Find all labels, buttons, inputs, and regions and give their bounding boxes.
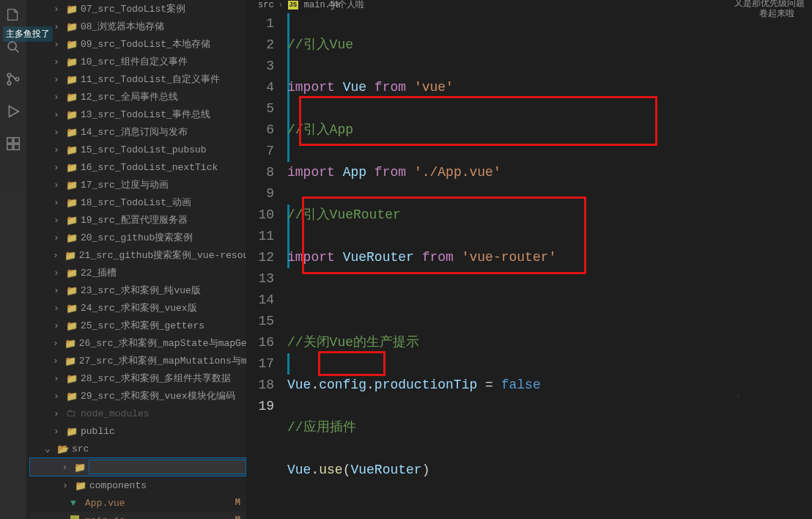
- folder-icon: 📁: [66, 426, 76, 436]
- tree-folder[interactable]: ›📁14_src_消息订阅与发布: [29, 123, 246, 141]
- tree-folder[interactable]: ›📁10_src_组件自定义事件: [29, 53, 246, 70]
- tree-label: 28_src_求和案例_多组件共享数据: [81, 372, 231, 385]
- tree-folder[interactable]: ›📁15_src_TodoList_pubsub: [29, 141, 246, 158]
- tree-folder[interactable]: ›📁24_src_求和案例_vuex版: [29, 299, 246, 317]
- tree-folder[interactable]: ›📁09_src_TodoList_本地存储: [29, 35, 246, 53]
- tree-label: 16_src_TodoList_nextTick: [81, 162, 218, 173]
- tree-label: 25_src_求和案例_getters: [81, 319, 204, 332]
- folder-icon: 📁: [66, 180, 76, 190]
- explorer-sidebar: ›📁07_src_TodoList案例 ›📁08_浏览器本地存储 ›📁09_sr…: [26, 0, 246, 519]
- source-control-icon[interactable]: [4, 70, 22, 88]
- run-debug-icon[interactable]: [4, 103, 22, 120]
- js-file-icon: JS: [288, 1, 298, 10]
- overlay-count-caption: 44个人啦: [328, 0, 364, 11]
- git-modified-badge: M: [235, 515, 240, 519]
- folder-icon: 📁: [66, 268, 76, 278]
- tree-label: 17_src_过度与动画: [81, 178, 169, 191]
- tree-file-main-js[interactable]: main.js M: [29, 512, 246, 519]
- folder-icon: 📁: [66, 285, 76, 295]
- tree-label: 13_src_TodoList_事件总线: [81, 108, 210, 121]
- tree-folder-public[interactable]: ›📁public: [29, 422, 246, 440]
- overlay-left-badge: 主多鱼投了: [3, 26, 53, 42]
- extensions-icon[interactable]: [4, 135, 22, 152]
- js-file-icon: [70, 515, 81, 519]
- tree-folder[interactable]: ›📁18_src_TodoList_动画: [29, 194, 246, 211]
- tree-folder[interactable]: ›📁08_浏览器本地存储: [29, 18, 246, 35]
- tree-folder[interactable]: ›📁25_src_求和案例_getters: [29, 317, 246, 334]
- new-folder-input[interactable]: [89, 460, 246, 474]
- editor-area: src › JS main.js 1 2 3 4 5 6 7 8 9 10 11…: [246, 0, 812, 519]
- tree-label: public: [81, 426, 115, 437]
- svg-point-1: [7, 73, 11, 77]
- tree-label: main.js: [85, 515, 125, 520]
- tree-label: 14_src_消息订阅与发布: [81, 125, 188, 139]
- folder-icon: 📁: [66, 144, 76, 155]
- tree-label: 07_src_TodoList案例: [81, 2, 185, 15]
- tree-label: 26_src_求和案例_mapState与mapGett...: [79, 336, 246, 350]
- minimap[interactable]: [761, 10, 812, 519]
- svg-rect-4: [7, 138, 12, 143]
- tree-label: 19_src_配置代理服务器: [81, 213, 188, 227]
- folder-icon: 📁: [64, 356, 75, 366]
- tree-folder[interactable]: ›📁26_src_求和案例_mapState与mapGett...: [29, 334, 246, 352]
- folder-icon: 📁: [66, 162, 76, 172]
- folder-icon: 🗀: [66, 408, 76, 419]
- folder-icon: 📁: [66, 197, 76, 207]
- tree-label: components: [89, 480, 147, 491]
- tree-folder[interactable]: ›📁29_src_求和案例_vuex模块化编码: [29, 387, 246, 405]
- vue-file-icon: ▼: [70, 498, 81, 508]
- tree-file-app-vue[interactable]: ▼ App.vue M: [29, 494, 246, 512]
- tree-folder[interactable]: ›📁07_src_TodoList案例: [29, 0, 246, 18]
- folder-icon: 📁: [66, 56, 76, 67]
- explorer-icon[interactable]: [4, 6, 22, 23]
- tree-folder[interactable]: ›📁16_src_TodoList_nextTick: [29, 158, 246, 176]
- tree-label: 08_浏览器本地存储: [81, 20, 164, 33]
- chevron-right-icon: ›: [278, 0, 284, 10]
- tree-label: 10_src_组件自定义事件: [81, 55, 188, 68]
- folder-icon: 📁: [66, 109, 76, 119]
- folder-icon: 📁: [66, 215, 76, 225]
- code-content[interactable]: //引入Vue import Vue from 'vue' //引入App im…: [287, 10, 556, 519]
- folder-icon: 📁: [66, 303, 76, 313]
- svg-point-3: [15, 78, 19, 81]
- file-tree: ›📁07_src_TodoList案例 ›📁08_浏览器本地存储 ›📁09_sr…: [26, 0, 246, 519]
- folder-icon: 📁: [66, 39, 76, 49]
- folder-icon: 📁: [64, 250, 75, 260]
- folder-icon: 📁: [66, 320, 76, 331]
- tree-new-folder-row: ›📁: [29, 457, 246, 476]
- tree-folder-components[interactable]: ›📁components: [29, 476, 246, 494]
- tree-label: node_modules: [81, 408, 150, 419]
- tree-label: 24_src_求和案例_vuex版: [81, 301, 197, 314]
- tree-folder-src[interactable]: ⌄📂src: [29, 440, 246, 457]
- tree-folder[interactable]: ›📁27_src_求和案例_mapMutations与ma...: [29, 352, 246, 369]
- tree-label: 11_src_TodoList_自定义事件: [81, 73, 220, 86]
- tree-folder[interactable]: ›📁21_src_github搜索案例_vue-resource: [29, 246, 246, 264]
- text-cursor-icon: [737, 389, 739, 405]
- svg-rect-5: [14, 138, 19, 143]
- tree-label: App.vue: [85, 498, 125, 509]
- tree-folder[interactable]: ›📁12_src_全局事件总线: [29, 88, 246, 106]
- tree-folder[interactable]: ›📁20_src_github搜索案例: [29, 229, 246, 246]
- tree-folder[interactable]: ›📁19_src_配置代理服务器: [29, 211, 246, 229]
- tree-label: 15_src_TodoList_pubsub: [81, 144, 207, 155]
- tree-folder[interactable]: ›📁28_src_求和案例_多组件共享数据: [29, 369, 246, 387]
- folder-icon: 📁: [66, 127, 76, 137]
- folder-icon: 📁: [66, 373, 76, 383]
- tree-folder[interactable]: ›📁23_src_求和案例_纯vue版: [29, 281, 246, 299]
- tree-folder[interactable]: ›📁22_插槽: [29, 264, 246, 281]
- code-editor[interactable]: 1 2 3 4 5 6 7 8 9 10 11 12 13 14 15 16 1…: [246, 10, 812, 519]
- tree-folder-node-modules[interactable]: ›🗀node_modules: [29, 405, 246, 422]
- folder-icon: 📁: [74, 462, 84, 472]
- tree-folder[interactable]: ›📁13_src_TodoList_事件总线: [29, 106, 246, 123]
- svg-point-2: [7, 81, 11, 85]
- folder-icon: 📁: [66, 74, 76, 84]
- tree-folder[interactable]: ›📁17_src_过度与动画: [29, 176, 246, 194]
- tree-folder[interactable]: ›📁11_src_TodoList_自定义事件: [29, 70, 246, 88]
- tree-label: 22_插槽: [81, 266, 117, 279]
- breadcrumb-folder[interactable]: src: [258, 0, 274, 10]
- tree-label: 23_src_求和案例_纯vue版: [81, 284, 201, 297]
- folder-icon: 📁: [66, 92, 76, 102]
- svg-rect-7: [14, 144, 19, 150]
- activity-bar: [0, 0, 26, 519]
- tree-label: 09_src_TodoList_本地存储: [81, 37, 210, 51]
